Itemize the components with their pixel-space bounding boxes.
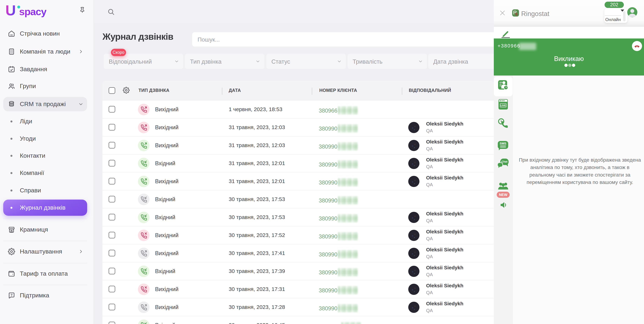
svg-text:?: ? [10,293,12,297]
